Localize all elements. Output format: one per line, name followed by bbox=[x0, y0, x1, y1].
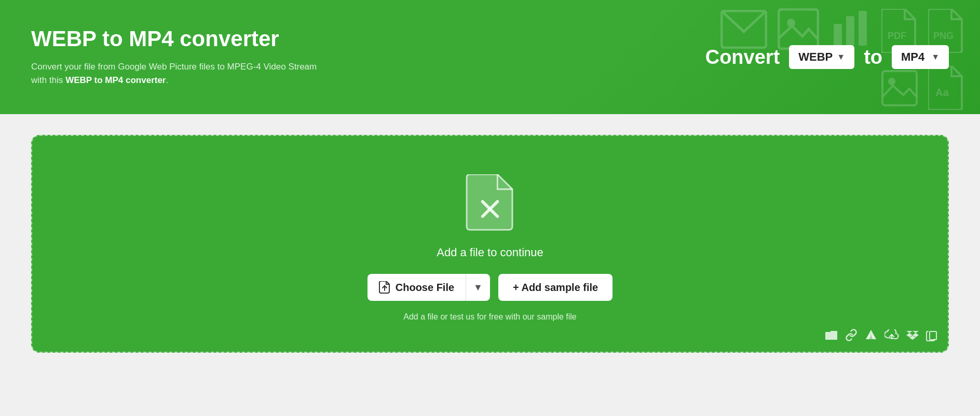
choose-file-main: Choose File bbox=[367, 274, 466, 301]
main-content: Add a file to continue Choose File ▼ bbox=[0, 114, 980, 373]
header-description: Convert your file from Google Web Pictur… bbox=[31, 60, 322, 88]
text-bg-icon: Aa bbox=[928, 66, 964, 114]
svg-rect-1 bbox=[779, 9, 818, 49]
choose-file-label: Choose File bbox=[396, 282, 454, 294]
dropbox-icon[interactable] bbox=[906, 329, 919, 344]
header: WEBP to MP4 converter Convert your file … bbox=[0, 0, 980, 114]
choose-file-button[interactable]: Choose File ▼ bbox=[367, 274, 490, 301]
folder-icon[interactable] bbox=[825, 330, 838, 343]
image2-bg-icon bbox=[881, 70, 918, 113]
button-row: Choose File ▼ + Add sample file bbox=[367, 274, 613, 301]
svg-marker-15 bbox=[906, 331, 913, 337]
svg-rect-4 bbox=[846, 16, 854, 46]
google-drive-icon[interactable] bbox=[865, 329, 877, 344]
svg-rect-8 bbox=[882, 71, 917, 105]
to-format-button[interactable]: MP4 ▼ bbox=[892, 45, 949, 69]
convert-row: Convert WEBP ▼ to MP4 ▼ bbox=[705, 45, 949, 69]
add-sample-label: + Add sample file bbox=[513, 282, 598, 294]
to-format-label: MP4 bbox=[901, 50, 924, 64]
link-icon[interactable] bbox=[845, 329, 857, 344]
add-sample-file-button[interactable]: + Add sample file bbox=[498, 274, 612, 301]
cloud-upload-icon[interactable] bbox=[884, 329, 899, 344]
helper-text: Add a file or test us for free with our … bbox=[403, 312, 576, 322]
svg-point-2 bbox=[787, 19, 795, 27]
svg-text:PNG: PNG bbox=[933, 31, 954, 41]
convert-label: Convert bbox=[705, 46, 780, 68]
from-format-label: WEBP bbox=[798, 50, 833, 64]
bottom-icons-row bbox=[825, 329, 937, 344]
svg-text:PDF: PDF bbox=[888, 31, 906, 41]
choose-file-dropdown-icon[interactable]: ▼ bbox=[466, 275, 490, 300]
svg-rect-0 bbox=[722, 11, 766, 48]
svg-marker-16 bbox=[913, 331, 919, 337]
svg-point-9 bbox=[888, 78, 895, 85]
from-format-chevron-icon: ▼ bbox=[837, 52, 845, 62]
svg-text:Aa: Aa bbox=[935, 87, 949, 98]
header-desc-bold: WEBP to MP4 converter bbox=[65, 75, 166, 85]
file-upload-icon bbox=[379, 281, 390, 294]
from-format-button[interactable]: WEBP ▼ bbox=[789, 45, 854, 69]
svg-rect-5 bbox=[859, 11, 867, 46]
header-left: WEBP to MP4 converter Convert your file … bbox=[31, 27, 322, 88]
copy-icon[interactable] bbox=[926, 329, 937, 344]
add-file-text: Add a file to continue bbox=[437, 246, 543, 259]
svg-rect-3 bbox=[834, 24, 842, 46]
file-icon-wrap bbox=[464, 174, 516, 233]
svg-rect-18 bbox=[930, 331, 936, 340]
file-x-icon bbox=[464, 174, 516, 231]
dropzone[interactable]: Add a file to continue Choose File ▼ bbox=[31, 135, 949, 353]
page-title: WEBP to MP4 converter bbox=[31, 27, 322, 51]
to-format-chevron-icon: ▼ bbox=[931, 52, 940, 62]
to-label: to bbox=[864, 46, 882, 68]
